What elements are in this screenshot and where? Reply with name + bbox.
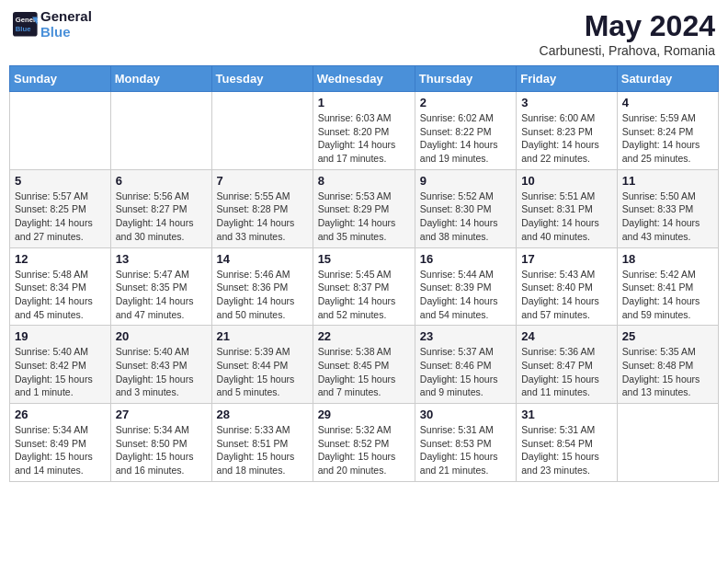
day-number: 13 <box>116 252 207 266</box>
calendar-cell: 30Sunrise: 5:31 AMSunset: 8:53 PMDayligh… <box>415 404 516 482</box>
day-info: Sunrise: 5:42 AMSunset: 8:41 PMDaylight:… <box>622 268 713 322</box>
day-number: 17 <box>521 252 612 266</box>
weekday-header-saturday: Saturday <box>617 66 718 92</box>
day-info: Sunrise: 5:59 AMSunset: 8:24 PMDaylight:… <box>622 111 713 166</box>
day-info: Sunrise: 5:53 AMSunset: 8:29 PMDaylight:… <box>318 190 410 244</box>
day-number: 27 <box>116 408 207 421</box>
day-number: 8 <box>318 174 410 188</box>
calendar-cell: 27Sunrise: 5:34 AMSunset: 8:50 PMDayligh… <box>110 404 211 482</box>
day-info: Sunrise: 5:34 AMSunset: 8:49 PMDaylight:… <box>15 423 106 477</box>
calendar-cell: 1Sunrise: 6:03 AMSunset: 8:20 PMDaylight… <box>313 92 415 170</box>
day-info: Sunrise: 5:40 AMSunset: 8:43 PMDaylight:… <box>116 345 207 399</box>
calendar-cell: 15Sunrise: 5:45 AMSunset: 8:37 PMDayligh… <box>313 247 415 326</box>
day-number: 21 <box>217 329 308 343</box>
weekday-header-wednesday: Wednesday <box>313 66 415 92</box>
calendar-cell: 4Sunrise: 5:59 AMSunset: 8:24 PMDaylight… <box>617 92 718 170</box>
day-info: Sunrise: 5:52 AMSunset: 8:30 PMDaylight:… <box>420 190 511 244</box>
calendar-cell: 17Sunrise: 5:43 AMSunset: 8:40 PMDayligh… <box>517 247 618 326</box>
calendar-cell: 12Sunrise: 5:48 AMSunset: 8:34 PMDayligh… <box>10 247 111 326</box>
calendar-cell: 31Sunrise: 5:31 AMSunset: 8:54 PMDayligh… <box>517 404 618 482</box>
day-number: 5 <box>15 174 106 188</box>
day-info: Sunrise: 6:00 AMSunset: 8:23 PMDaylight:… <box>521 111 612 166</box>
title-block: May 2024 Carbunesti, Prahova, Romania <box>540 9 715 58</box>
day-info: Sunrise: 5:39 AMSunset: 8:44 PMDaylight:… <box>217 345 308 399</box>
day-info: Sunrise: 5:50 AMSunset: 8:33 PMDaylight:… <box>622 190 713 244</box>
week-row-3: 12Sunrise: 5:48 AMSunset: 8:34 PMDayligh… <box>10 247 719 326</box>
calendar-cell <box>211 92 313 170</box>
day-info: Sunrise: 5:36 AMSunset: 8:47 PMDaylight:… <box>521 345 612 399</box>
month-title: May 2024 <box>540 9 715 43</box>
logo-line1: General <box>40 9 92 25</box>
calendar-cell: 21Sunrise: 5:39 AMSunset: 8:44 PMDayligh… <box>211 326 313 404</box>
day-number: 31 <box>521 408 612 421</box>
day-info: Sunrise: 5:51 AMSunset: 8:31 PMDaylight:… <box>521 190 612 244</box>
day-number: 10 <box>521 174 612 188</box>
day-info: Sunrise: 5:45 AMSunset: 8:37 PMDaylight:… <box>318 268 410 322</box>
calendar-cell: 11Sunrise: 5:50 AMSunset: 8:33 PMDayligh… <box>617 169 718 247</box>
day-info: Sunrise: 5:40 AMSunset: 8:42 PMDaylight:… <box>15 345 106 399</box>
calendar-table: SundayMondayTuesdayWednesdayThursdayFrid… <box>9 65 719 482</box>
day-info: Sunrise: 5:31 AMSunset: 8:54 PMDaylight:… <box>521 423 612 477</box>
day-number: 11 <box>622 174 713 188</box>
calendar-cell: 8Sunrise: 5:53 AMSunset: 8:29 PMDaylight… <box>313 169 415 247</box>
day-number: 9 <box>420 174 511 188</box>
day-info: Sunrise: 5:44 AMSunset: 8:39 PMDaylight:… <box>420 268 511 322</box>
calendar-cell: 25Sunrise: 5:35 AMSunset: 8:48 PMDayligh… <box>617 326 718 404</box>
weekday-header-sunday: Sunday <box>10 66 111 92</box>
week-row-4: 19Sunrise: 5:40 AMSunset: 8:42 PMDayligh… <box>10 326 719 404</box>
svg-text:Blue: Blue <box>16 25 31 33</box>
day-info: Sunrise: 5:56 AMSunset: 8:27 PMDaylight:… <box>116 190 207 244</box>
weekday-header-tuesday: Tuesday <box>211 66 313 92</box>
day-number: 2 <box>420 96 511 109</box>
calendar-cell: 6Sunrise: 5:56 AMSunset: 8:27 PMDaylight… <box>110 169 211 247</box>
calendar-cell: 19Sunrise: 5:40 AMSunset: 8:42 PMDayligh… <box>10 326 111 404</box>
day-number: 24 <box>521 329 612 343</box>
day-number: 20 <box>116 329 207 343</box>
day-number: 1 <box>318 96 410 109</box>
day-info: Sunrise: 5:46 AMSunset: 8:36 PMDaylight:… <box>217 268 308 322</box>
calendar-cell: 20Sunrise: 5:40 AMSunset: 8:43 PMDayligh… <box>110 326 211 404</box>
day-number: 22 <box>318 329 410 343</box>
day-number: 26 <box>15 408 106 421</box>
calendar-cell: 29Sunrise: 5:32 AMSunset: 8:52 PMDayligh… <box>313 404 415 482</box>
day-number: 23 <box>420 329 511 343</box>
page-header: General Blue General Blue May 2024 Carbu… <box>9 9 719 58</box>
day-info: Sunrise: 5:38 AMSunset: 8:45 PMDaylight:… <box>318 345 410 399</box>
calendar-cell: 3Sunrise: 6:00 AMSunset: 8:23 PMDaylight… <box>517 92 618 170</box>
calendar-cell: 2Sunrise: 6:02 AMSunset: 8:22 PMDaylight… <box>415 92 516 170</box>
weekday-header-thursday: Thursday <box>415 66 516 92</box>
calendar-cell: 23Sunrise: 5:37 AMSunset: 8:46 PMDayligh… <box>415 326 516 404</box>
day-number: 19 <box>15 329 106 343</box>
calendar-cell: 16Sunrise: 5:44 AMSunset: 8:39 PMDayligh… <box>415 247 516 326</box>
day-info: Sunrise: 5:55 AMSunset: 8:28 PMDaylight:… <box>217 190 308 244</box>
calendar-cell: 13Sunrise: 5:47 AMSunset: 8:35 PMDayligh… <box>110 247 211 326</box>
day-info: Sunrise: 5:31 AMSunset: 8:53 PMDaylight:… <box>420 423 511 477</box>
calendar-cell <box>617 404 718 482</box>
week-row-1: 1Sunrise: 6:03 AMSunset: 8:20 PMDaylight… <box>10 92 719 170</box>
calendar-cell: 22Sunrise: 5:38 AMSunset: 8:45 PMDayligh… <box>313 326 415 404</box>
day-number: 14 <box>217 252 308 266</box>
day-number: 6 <box>116 174 207 188</box>
day-info: Sunrise: 5:48 AMSunset: 8:34 PMDaylight:… <box>15 268 106 322</box>
day-info: Sunrise: 5:57 AMSunset: 8:25 PMDaylight:… <box>15 190 106 244</box>
day-info: Sunrise: 5:34 AMSunset: 8:50 PMDaylight:… <box>116 423 207 477</box>
calendar-cell <box>10 92 111 170</box>
day-number: 4 <box>622 96 713 109</box>
day-number: 15 <box>318 252 410 266</box>
calendar-cell: 5Sunrise: 5:57 AMSunset: 8:25 PMDaylight… <box>10 169 111 247</box>
day-info: Sunrise: 5:37 AMSunset: 8:46 PMDaylight:… <box>420 345 511 399</box>
weekday-header-monday: Monday <box>110 66 211 92</box>
day-number: 25 <box>622 329 713 343</box>
day-info: Sunrise: 5:32 AMSunset: 8:52 PMDaylight:… <box>318 423 410 477</box>
week-row-5: 26Sunrise: 5:34 AMSunset: 8:49 PMDayligh… <box>10 404 719 482</box>
calendar-body: 1Sunrise: 6:03 AMSunset: 8:20 PMDaylight… <box>10 92 719 482</box>
logo-line2: Blue <box>40 25 92 40</box>
day-number: 3 <box>521 96 612 109</box>
day-info: Sunrise: 5:35 AMSunset: 8:48 PMDaylight:… <box>622 345 713 399</box>
day-number: 12 <box>15 252 106 266</box>
day-number: 29 <box>318 408 410 421</box>
calendar-cell: 18Sunrise: 5:42 AMSunset: 8:41 PMDayligh… <box>617 247 718 326</box>
calendar-cell: 10Sunrise: 5:51 AMSunset: 8:31 PMDayligh… <box>517 169 618 247</box>
location-subtitle: Carbunesti, Prahova, Romania <box>540 43 715 58</box>
weekday-header-friday: Friday <box>517 66 618 92</box>
